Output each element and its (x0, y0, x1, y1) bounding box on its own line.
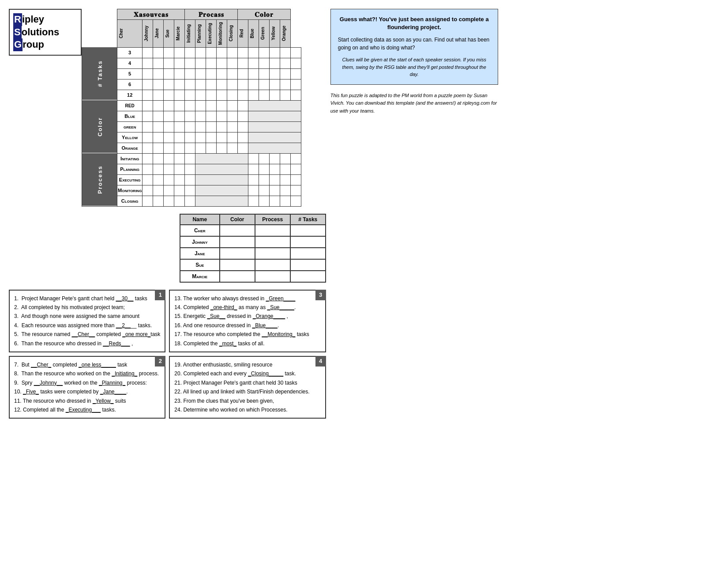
answer-process-cher[interactable] (255, 225, 290, 236)
left-section: Ripley Solutions Group 𝐗𝐚𝐬𝐨𝐮𝐯𝐜𝐚𝐬 𝐏𝐫𝐨𝐜𝐚𝐬𝐬… (9, 9, 326, 419)
answer-color-jane[interactable] (220, 248, 255, 259)
clue-line-3-3: 15. Energetic _Sue__ dressed in _Orange_… (174, 312, 320, 321)
cell[interactable] (195, 47, 206, 58)
clue-line-4-1: 19. Another enthusiastic, smiling resour… (174, 360, 320, 369)
row-blue-label: Blue (117, 111, 143, 121)
clue-line-4-2: 20. Completed each and every _Closing___… (174, 369, 320, 378)
cell[interactable] (227, 47, 238, 58)
clue-line-4-3: 21. Project Manager Pete's gantt chart h… (174, 378, 320, 387)
color-header: 𝐂𝐨𝐥𝐨𝐫 (238, 9, 291, 20)
row-yellow-label: Yellow (117, 132, 143, 143)
answer-process-sue[interactable] (255, 259, 290, 271)
answer-tasks-marcie[interactable] (290, 271, 326, 282)
answer-name-marcie: Marcie (180, 271, 220, 282)
answer-process-jane[interactable] (255, 248, 290, 259)
col-planning: Planning (195, 20, 206, 48)
answer-col-name: Name (180, 214, 220, 225)
row-12-label: 12 (117, 90, 143, 100)
cell[interactable] (185, 47, 195, 58)
cell[interactable] (174, 47, 185, 58)
info-box-para1: Start collecting data as soon as you can… (338, 36, 491, 52)
process-header: 𝐏𝐫𝐨𝐜𝐚𝐬𝐬 (185, 9, 238, 20)
answer-tasks-sue[interactable] (290, 259, 326, 271)
col-yellow: Yellow (270, 20, 280, 48)
answer-row-johnny: Johnny (180, 236, 326, 248)
clue-line-4-5: 23. From the clues that you've been give… (174, 397, 320, 405)
col-johnny: Johnny (143, 20, 153, 48)
cell[interactable] (143, 47, 153, 58)
info-box: Guess what?! You've just been assigned t… (330, 9, 498, 85)
info-box-para3: This fun puzzle is adapted to the PM wor… (330, 92, 498, 115)
col-sue: Sue (164, 20, 174, 48)
answer-table-container: Name Color Process # Tasks Cher Johnny (9, 210, 326, 283)
row-monitoring-label: Monitoring (117, 185, 143, 196)
cell[interactable] (291, 47, 301, 58)
answer-color-johnny[interactable] (220, 236, 255, 248)
row-planning-label: Planning (117, 164, 143, 174)
clue-line-2-4: 10. _Five_ tasks were completed by _Jane… (14, 387, 160, 396)
clue-line-3-1: 13. The worker who always dressed in _Gr… (174, 294, 320, 303)
row-executing-label: Executing (117, 174, 143, 185)
clue-line-1-5: 5. The resource named __Cher__ completed… (14, 330, 160, 339)
row-4-label: 4 (117, 58, 143, 68)
col-jane: Jane (153, 20, 164, 48)
answer-tasks-cher[interactable] (290, 225, 326, 236)
clue-line-1-2: 2. All completed by his motivated projec… (14, 303, 160, 312)
cell[interactable] (280, 47, 291, 58)
cell[interactable] (248, 47, 259, 58)
cell[interactable] (164, 47, 174, 58)
answer-row-cher: Cher (180, 225, 326, 236)
clue-line-2-5: 11. The resource who dressed in _Yellow_… (14, 397, 160, 405)
resources-header: 𝐗𝐚𝐬𝐨𝐮𝐯𝐜𝐚𝐬 (117, 9, 185, 20)
clue-line-3-6: 18. Completed the _most_ tasks of all. (174, 339, 320, 348)
answer-tasks-jane[interactable] (290, 248, 326, 259)
clue-line-2-6: 12. Completed all the _Executing___ task… (14, 405, 160, 414)
clue-box-4: 4 19. Another enthusiastic, smiling reso… (169, 356, 326, 419)
row-6-label: 6 (117, 79, 143, 90)
cell[interactable] (238, 47, 248, 58)
clue-line-2-3: 9. Spry __Johnny__ worked on the _Planni… (14, 378, 160, 387)
process-side-label: Process (82, 153, 117, 206)
answer-name-jane: Jane (180, 248, 220, 259)
logo-grid-area: Ripley Solutions Group 𝐗𝐚𝐬𝐨𝐮𝐯𝐜𝐚𝐬 𝐏𝐫𝐨𝐜𝐚𝐬𝐬… (9, 9, 326, 207)
answer-row-marcie: Marcie (180, 271, 326, 282)
row-red-label: RED (117, 100, 143, 111)
clue-line-2-1: 7. But __Cher_ completed _one less_____ … (14, 360, 160, 369)
tasks-side-label: # Tasks (82, 47, 117, 100)
answer-process-marcie[interactable] (255, 271, 290, 282)
col-orange: Orange (280, 20, 291, 48)
ripley-text: ipley (22, 14, 44, 25)
answer-col-process: Process (255, 214, 290, 225)
clues-area: 1 1. Project Manager Pete's gantt chart … (9, 290, 326, 419)
row-3-label: 3 (117, 47, 143, 58)
cell[interactable] (206, 47, 217, 58)
cell[interactable] (259, 47, 270, 58)
clue-box-3: 3 13. The worker who always dressed in _… (169, 290, 326, 352)
answer-process-johnny[interactable] (255, 236, 290, 248)
col-monitoring: Monitoring (217, 20, 227, 48)
clue-line-4-4: 22. All lined up and linked with Start/F… (174, 387, 320, 396)
answer-color-sue[interactable] (220, 259, 255, 271)
cell[interactable] (153, 47, 164, 58)
clue-line-2-2: 8. Than the resource who worked on the _… (14, 369, 160, 378)
clue-badge-2: 2 (155, 356, 165, 367)
answer-color-marcie[interactable] (220, 271, 255, 282)
col-blue: Blue (248, 20, 259, 48)
cell[interactable] (217, 47, 227, 58)
col-marcie: Marcie (174, 20, 185, 48)
clue-line-1-4: 4. Each resource was assigned more than … (14, 321, 160, 330)
answer-tasks-johnny[interactable] (290, 236, 326, 248)
answer-name-sue: Sue (180, 259, 220, 271)
clue-line-1-3: 3. And though none were assigned the sam… (14, 312, 160, 321)
answer-color-cher[interactable] (220, 225, 255, 236)
row-green-label: green (117, 121, 143, 132)
cell[interactable] (270, 47, 280, 58)
main-container: Ripley Solutions Group 𝐗𝐚𝐬𝐨𝐮𝐯𝐜𝐚𝐬 𝐏𝐫𝐨𝐜𝐚𝐬𝐬… (9, 9, 719, 419)
clue-badge-1: 1 (155, 290, 165, 300)
group-text: roup (23, 39, 44, 50)
logo: Ripley Solutions Group (9, 9, 82, 56)
answer-col-tasks: # Tasks (290, 214, 326, 225)
clue-line-3-4: 16. And one resource dressed in _Blue___… (174, 321, 320, 330)
col-red: Red (238, 20, 248, 48)
row-5-label: 5 (117, 68, 143, 79)
